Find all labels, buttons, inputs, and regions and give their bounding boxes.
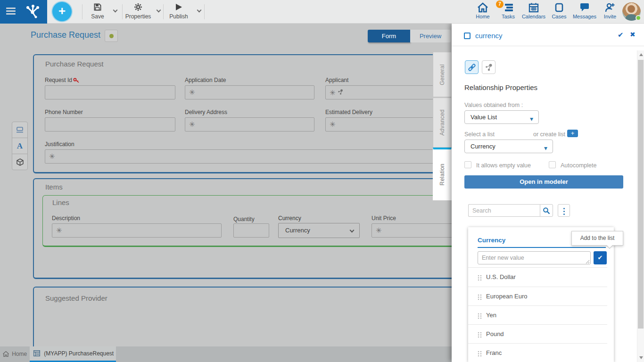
drag-handle-icon[interactable] [478,274,482,283]
field-delivery-address[interactable]: ✳ [185,117,314,132]
field-application-date[interactable]: ✳ [185,85,314,99]
field-request-id[interactable] [45,85,175,99]
link-mode-button[interactable] [465,60,479,74]
scroll-down-icon[interactable] [639,356,643,359]
field-currency-select[interactable]: Currency [278,223,360,238]
field-label-unit-price: Unit Price [372,215,396,222]
list-item[interactable]: European Euro [468,287,607,305]
list-select[interactable]: Currency▾ [464,140,553,153]
fieldset-purchase-request[interactable]: Purchase Request Request Id Application … [33,54,452,173]
drag-handle-icon[interactable] [478,313,482,321]
field-phone[interactable] [45,117,175,132]
field-label-currency: Currency [278,215,301,222]
publish-dropdown-icon[interactable] [197,8,202,13]
bottom-tab-home[interactable]: Home [0,346,30,362]
allow-empty-label: It allows empty value [476,162,531,169]
open-in-modeler-button[interactable]: Open in modeler [464,175,623,189]
form-canvas: Purchase Request Form Preview Purchase R… [0,24,452,346]
caret-down-icon: ▾ [530,113,533,125]
properties-label: Properties [125,13,151,20]
close-icon[interactable]: ✖ [630,31,636,38]
search-button[interactable] [540,204,553,217]
drag-handle-icon[interactable] [478,294,482,302]
form-tab-icon [33,350,40,356]
nav-calendars-label: Calendars [522,14,545,19]
value-list-card: Currency ✔ U.S. Dollar European Euro Yen [468,227,614,362]
list-item[interactable]: Pound [468,324,607,343]
scrollbar-thumb[interactable] [638,60,644,329]
container-icon [16,126,24,134]
search-input[interactable] [468,204,540,217]
bottom-tab-home-label: Home [12,351,27,357]
text-tool-button[interactable]: A [12,138,28,154]
side-tab-advanced[interactable]: Advanced [433,98,452,148]
nav-messages[interactable]: Messages [571,2,598,19]
nav-tasks-label: Tasks [502,14,515,19]
key-icon [73,78,79,84]
add-button[interactable]: + [52,2,72,21]
field-unit-price[interactable]: ✳ [372,223,452,238]
form-status-button[interactable] [105,30,118,42]
values-from-select[interactable]: Value List▾ [464,110,539,124]
properties-dropdown-icon[interactable] [157,8,161,13]
save-button[interactable]: Save [81,2,114,22]
home-icon [3,351,9,357]
autocomplete-checkbox[interactable] [549,161,556,168]
field-label-description: Description [52,215,80,222]
autocomplete-label: Autocomplete [561,162,596,169]
panel-scrollbar[interactable] [637,50,644,362]
list-item[interactable]: U.S. Dollar [468,268,607,287]
container-tool-button[interactable] [12,122,28,138]
nav-calendars[interactable]: Calendars [520,2,547,19]
panel-checkbox[interactable] [464,33,471,39]
tab-preview[interactable]: Preview [410,30,451,42]
nav-home[interactable]: Home [470,2,496,19]
fieldset-lines[interactable]: Lines Description ✳ Quantity Currency Cu… [42,195,452,247]
green-status-icon [109,34,114,38]
field-label-request-id: Request Id [45,77,79,84]
more-options-button[interactable] [558,204,570,217]
nav-cases[interactable]: Cases [546,2,572,19]
confirm-icon[interactable]: ✔ [618,31,624,39]
field-quantity[interactable] [233,223,269,238]
publish-button[interactable]: Publish [162,2,195,22]
brand-block [0,0,47,24]
divider [478,247,606,248]
new-value-input[interactable] [478,251,591,264]
scroll-up-icon[interactable] [639,53,643,56]
menu-icon[interactable] [6,8,16,16]
fieldset-suggested-provider[interactable]: Suggested Provider [33,287,452,346]
list-item-label: Franc [486,349,502,356]
fieldset-legend: Lines [52,198,69,206]
fieldset-items[interactable]: Items Lines Description ✳ Quantity Curre… [33,178,452,279]
object-tool-button[interactable] [12,154,28,170]
drag-handle-icon[interactable] [478,331,482,340]
tab-form[interactable]: Form [368,30,410,42]
side-tab-general[interactable]: General [433,52,452,97]
field-label-quantity: Quantity [233,216,255,222]
link-icon [467,63,477,72]
nav-tasks[interactable]: 7 Tasks [495,2,521,19]
relation-mode-button[interactable] [482,60,495,74]
list-item[interactable]: Franc [468,343,607,362]
field-justification[interactable]: ✳ [45,149,452,164]
add-value-button[interactable]: ✔ [594,251,607,264]
properties-button[interactable]: Properties [122,2,155,22]
tasks-icon: 7 [495,2,521,14]
bottom-tab-purchaserequest[interactable]: (MYAPP) PurchaseRequest ✖ [30,346,116,362]
field-description[interactable]: ✳ [52,223,222,238]
section-title: Relationship Properties [464,83,537,91]
list-item[interactable]: Yen [468,305,607,324]
side-tab-relation[interactable]: Relation [433,148,452,200]
tasks-badge: 7 [496,0,504,8]
cases-icon [546,2,572,14]
list-item-label: Pound [486,330,504,337]
drag-handle-icon[interactable] [478,350,482,359]
chevron-down-icon [350,228,355,233]
create-list-label: or create list [533,131,565,138]
create-list-button[interactable]: + [567,130,578,137]
canvas-tool-palette: A [12,122,28,170]
nav-cases-label: Cases [552,14,566,19]
nav-invite[interactable]: Invite [597,2,623,19]
allow-empty-checkbox[interactable] [464,161,471,168]
